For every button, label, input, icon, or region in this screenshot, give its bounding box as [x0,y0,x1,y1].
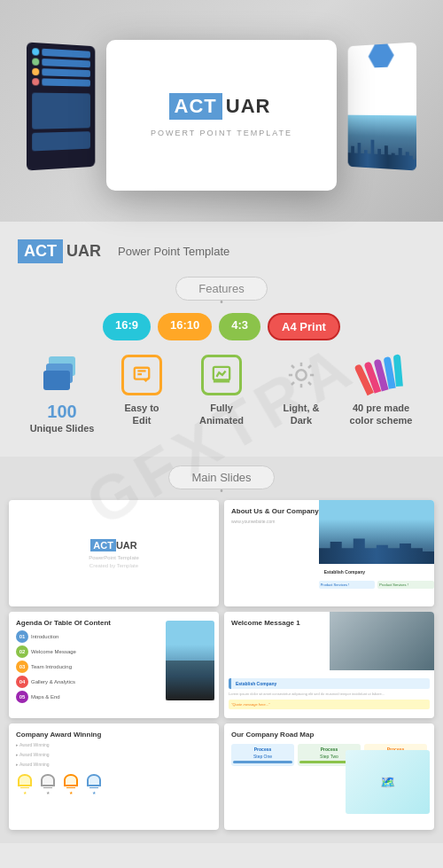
main-slide: ACT UAR Powert Point Template [106,40,337,191]
slide-thumb-3[interactable]: Agenda Or Table Of Content 01 Introducti… [9,612,219,718]
color-fan-icon [359,353,403,397]
dot-blue [32,48,39,56]
slides-label: Unique Slides [30,422,95,434]
layers-icon [40,353,84,397]
section-title-pill: Main Slides [9,465,434,489]
feature-animated: FullyAnimated [186,353,257,427]
dot-green [32,58,39,66]
features-row: 100 Unique Slides Easy toEdit [18,353,425,434]
edit-label: Easy toEdit [124,402,159,427]
svg-point-5 [296,370,306,379]
badge-a4[interactable]: A4 Print [268,313,340,340]
features-pill-label: Features [175,277,267,301]
slide4-photo [330,612,435,670]
step-1: Process Step One [231,744,294,766]
slide4-content: Establish Company Lorem ipsum dolor sit … [229,678,430,710]
feature-color-scheme: 40 pre madecolor scheme [346,353,416,427]
badge-43[interactable]: 4:3 [219,313,260,340]
slide-thumb-6[interactable]: Our Company Road Map Process Step One Pr… [224,723,434,830]
main-slides-section: Main Slides ACT UAR PowerPoint Template … [0,457,443,843]
slide2-establish: Establish Company [321,566,432,578]
brand-uar: UAR [63,239,105,263]
slide6-image: 🗺️ [346,750,430,814]
feature-light-dark: Light, &Dark [266,353,337,427]
slide1-sub2: Created by Template [89,563,138,568]
trophy-bronze: ★ [62,774,80,795]
brand-actuar: ACT UAR [18,239,105,263]
uar-text: UAR [222,93,275,120]
trophy-silver: ★ [39,774,57,795]
slides-grid: ACT UAR PowerPoint Template Created by T… [9,500,434,830]
mini-uar: UAR [116,540,137,551]
slide-thumb-4[interactable]: Welcome Message 1 Establish Company Lore… [224,612,434,718]
city-image [348,115,416,171]
actuar-logo: ACT UAR [169,93,275,120]
dot-red [32,78,39,85]
hex-shape [369,43,394,67]
svg-line-13 [291,382,294,385]
mini-act: ACT [90,539,116,551]
slide2-right: Establish Company Product Services ! Pro… [319,500,434,606]
trophy-row: ★ ★ ★ ★ [16,774,212,795]
side-slide-left [27,42,95,170]
svg-line-11 [308,382,311,385]
slide6-title: Our Company Road Map [231,731,427,739]
light-dark-label: Light, &Dark [284,402,320,427]
chart-icon [199,353,244,397]
features-pill-container: Features [18,277,425,301]
slide5-sub: ▸ Award Winning [16,742,212,747]
slide-thumb-2[interactable]: About Us & Our Company ? www.yourwebsite… [224,500,434,606]
brand-row: ACT UAR Power Point Template [18,239,425,263]
badge-169[interactable]: 16:9 [103,313,151,340]
slide5-title: Company Award Winning [16,731,212,739]
feature-easy-edit: Easy toEdit [106,353,177,427]
hero-section: ACT UAR Powert Point Template [0,0,443,222]
badge-1610[interactable]: 16:10 [158,313,212,340]
edit-icon [120,353,164,397]
svg-line-12 [308,365,311,368]
slide2-products: Product Services ! Product Services ! [319,581,434,589]
slide-thumb-5[interactable]: Company Award Winning ▸ Award Winning ▸ … [9,723,219,830]
animated-label: FullyAnimated [199,402,244,427]
info-section: ACT UAR Power Point Template Features 16… [0,222,443,457]
main-slides-label: Main Slides [168,465,274,489]
trophy-gold: ★ [16,774,34,795]
act-text: ACT [169,93,222,120]
feature-unique-slides: 100 Unique Slides [27,353,97,434]
svg-line-10 [291,365,294,368]
hero-slide-container: ACT UAR Powert Point Template [18,27,425,204]
brand-act: ACT [18,239,63,263]
slide3-image [166,621,214,700]
slide5-sub2: ▸ Award Winning [16,752,212,757]
slide-thumb-1[interactable]: ACT UAR PowerPoint Template Created by T… [9,500,219,606]
sun-icon [279,353,323,397]
dot-orange [32,68,39,75]
format-badges-row: 16:9 16:10 4:3 A4 Print [18,313,425,340]
pp-template-hero: Powert Point Template [151,129,292,137]
color-scheme-label: 40 pre madecolor scheme [350,402,413,427]
trophy-4: ★ [85,774,103,795]
side-slide-right [348,42,416,170]
slide2-city-bg [319,500,434,564]
slides-count: 100 [47,402,76,422]
slide1-sub: PowerPoint Template [89,555,139,560]
brand-tagline: Power Point Template [118,245,229,258]
slide5-sub3: ▸ Award Winning [16,762,212,767]
